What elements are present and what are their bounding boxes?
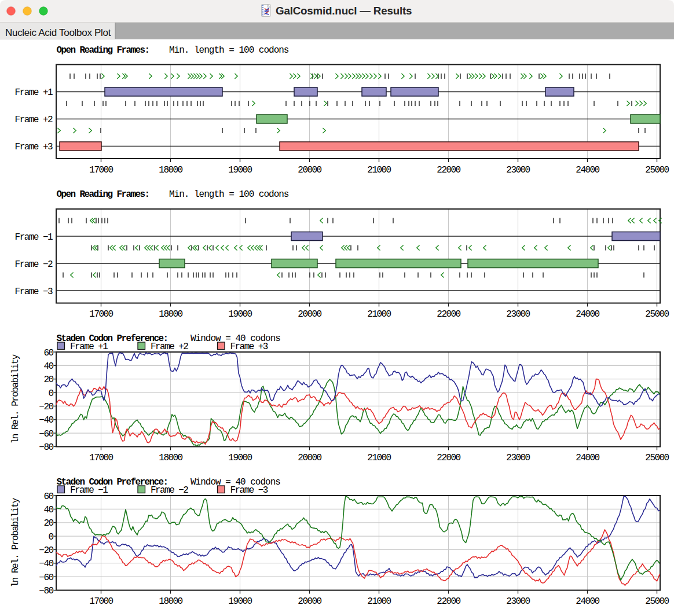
svg-text:Open Reading Frames:: Open Reading Frames:	[57, 189, 149, 200]
svg-text:24000: 24000	[576, 165, 599, 175]
svg-text:−20: −20	[39, 402, 53, 412]
svg-text:−40: −40	[39, 415, 53, 426]
svg-text:40: 40	[43, 361, 53, 372]
svg-text:Open Reading Frames:: Open Reading Frames:	[57, 45, 149, 56]
svg-text:19000: 19000	[228, 309, 252, 320]
svg-text:Frame +3: Frame +3	[230, 342, 268, 352]
svg-text:Frame +1: Frame +1	[15, 87, 53, 98]
svg-text:23000: 23000	[506, 453, 530, 463]
svg-text:23000: 23000	[506, 309, 530, 320]
svg-text:20000: 20000	[298, 309, 321, 320]
svg-text:25000: 25000	[645, 165, 669, 175]
svg-text:Frame −3: Frame −3	[15, 287, 53, 297]
svg-text:25000: 25000	[645, 596, 669, 607]
svg-text:18000: 18000	[159, 596, 182, 607]
svg-text:Frame +2: Frame +2	[151, 342, 188, 352]
svg-text:0: 0	[48, 532, 53, 542]
svg-text:21000: 21000	[367, 453, 391, 463]
svg-text:20000: 20000	[298, 596, 321, 607]
svg-text:−20: −20	[39, 545, 53, 556]
svg-text:21000: 21000	[367, 165, 391, 175]
svg-text:22000: 22000	[437, 453, 460, 463]
svg-text:17000: 17000	[89, 165, 113, 175]
svg-text:Nucleic Acid Toolbox Plot: Nucleic Acid Toolbox Plot	[5, 27, 111, 38]
svg-text:−60: −60	[39, 573, 53, 583]
svg-text:22000: 22000	[437, 596, 460, 607]
svg-text:Frame +2: Frame +2	[15, 115, 53, 125]
svg-text:19000: 19000	[228, 596, 252, 607]
svg-text:Frame +3: Frame +3	[15, 142, 53, 152]
svg-text:Frame −2: Frame −2	[15, 259, 53, 270]
svg-text:22000: 22000	[437, 309, 460, 320]
svg-text:17000: 17000	[89, 596, 113, 607]
svg-text:60: 60	[43, 492, 53, 502]
svg-text:18000: 18000	[159, 453, 182, 463]
svg-text:Frame −3: Frame −3	[230, 485, 268, 496]
svg-text:22000: 22000	[437, 165, 460, 175]
svg-text:ln Rel. Probability: ln Rel. Probability	[10, 497, 21, 587]
svg-text:Min. length = 100 codons: Min. length = 100 codons	[169, 189, 289, 200]
svg-text:23000: 23000	[506, 596, 530, 607]
svg-text:17000: 17000	[89, 453, 113, 463]
svg-text:Min. length = 100 codons: Min. length = 100 codons	[169, 45, 289, 56]
svg-text:−60: −60	[39, 429, 53, 439]
svg-text:Frame +1: Frame +1	[70, 342, 108, 352]
svg-text:21000: 21000	[367, 596, 391, 607]
svg-text:20: 20	[43, 518, 53, 529]
svg-text:18000: 18000	[159, 165, 182, 175]
svg-text:Frame −1: Frame −1	[70, 485, 108, 496]
svg-text:−80: −80	[39, 586, 53, 596]
svg-text:−80: −80	[39, 442, 53, 453]
svg-text:20000: 20000	[298, 453, 321, 463]
svg-text:0: 0	[48, 388, 53, 399]
svg-text:21000: 21000	[367, 309, 391, 320]
svg-text:24000: 24000	[576, 596, 599, 607]
svg-text:ln Rel. Probability: ln Rel. Probability	[10, 354, 21, 443]
svg-text:19000: 19000	[228, 165, 252, 175]
svg-text:Frame −1: Frame −1	[15, 232, 53, 243]
svg-text:18000: 18000	[159, 309, 182, 320]
svg-text:25000: 25000	[645, 309, 669, 320]
svg-text:25000: 25000	[645, 453, 669, 463]
svg-text:17000: 17000	[89, 309, 113, 320]
svg-text:24000: 24000	[576, 453, 599, 463]
svg-text:40: 40	[43, 505, 53, 515]
svg-text:GalCosmid.nucl — Results: GalCosmid.nucl — Results	[276, 5, 412, 17]
svg-text:20: 20	[43, 375, 53, 385]
svg-text:20000: 20000	[298, 165, 321, 175]
svg-text:23000: 23000	[506, 165, 530, 175]
svg-text:19000: 19000	[228, 453, 252, 463]
svg-text:60: 60	[43, 348, 53, 358]
svg-text:24000: 24000	[576, 309, 599, 320]
svg-text:−40: −40	[39, 559, 53, 569]
svg-text:Frame −2: Frame −2	[151, 485, 188, 496]
